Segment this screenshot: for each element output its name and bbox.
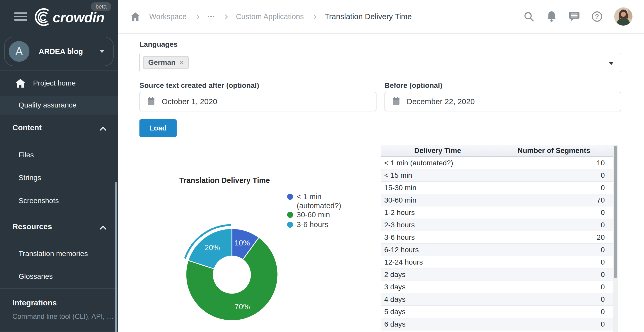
caret-down-icon — [100, 50, 104, 53]
sidebar-section-content[interactable]: Content — [12, 123, 42, 132]
languages-select[interactable]: German × — [139, 53, 621, 72]
header-icons: ? — [523, 0, 633, 33]
table-row[interactable]: 6 days0 — [381, 318, 618, 330]
project-switcher[interactable]: A ARDEA blog — [4, 37, 114, 66]
table-row[interactable]: 3-6 hours20 — [381, 231, 618, 244]
sidebar: crowdin beta A ARDEA blog Project home Q… — [0, 0, 118, 332]
legend-dot-teal — [287, 222, 293, 228]
divider — [0, 213, 118, 213]
before-value: December 22, 2020 — [407, 97, 475, 106]
crowdin-logo-text: crowdin — [53, 9, 104, 25]
remove-tag-icon[interactable]: × — [179, 58, 184, 67]
table-row[interactable]: 4 days0 — [381, 293, 618, 306]
legend-item-wrap: (automated?) — [297, 202, 341, 210]
created-after-value: October 1, 2020 — [162, 97, 217, 106]
divider — [0, 70, 118, 71]
breadcrumb-custom-applications[interactable]: Custom Applications — [236, 12, 304, 21]
donut-chart: 10% 70% 20% — [180, 223, 284, 326]
chevron-right-icon — [223, 14, 228, 19]
slice-label-10: 10% — [234, 238, 250, 247]
sidebar-item-glossaries[interactable]: Glossaries — [0, 271, 118, 282]
column-header-number-of-segments: Number of Segments — [495, 145, 613, 156]
table-row[interactable]: < 15 min0 — [381, 169, 618, 182]
chevron-right-icon — [195, 14, 199, 19]
breadcrumb: Workspace ••• Custom Applications Transl… — [130, 0, 412, 33]
table-scrollbar[interactable] — [613, 145, 618, 332]
created-after-label: Source text created after (optional) — [139, 81, 259, 90]
chevron-up-icon[interactable] — [100, 226, 106, 232]
breadcrumb-ellipsis[interactable]: ••• — [208, 13, 215, 20]
sidebar-item-quality-assurance[interactable]: Quality assurance — [0, 96, 118, 114]
table-row[interactable]: 5 days0 — [381, 306, 618, 318]
before-label: Before (optional) — [384, 81, 442, 90]
beta-badge: beta — [91, 2, 111, 11]
table-body: < 1 min (automated?)10 < 15 min0 15-30 m… — [381, 157, 618, 330]
segments-table: Delivery Time Number of Segments < 1 min… — [381, 145, 618, 332]
hamburger-menu-icon[interactable] — [14, 12, 27, 21]
integrations-subtitle: Command line tool (CLI), API, … — [12, 313, 114, 321]
legend-item[interactable]: < 1 min — [287, 192, 321, 201]
tag-label: German — [148, 58, 176, 67]
sidebar-item-label: Project home — [33, 79, 76, 87]
help-icon[interactable]: ? — [591, 11, 603, 22]
breadcrumb-workspace[interactable]: Workspace — [149, 12, 187, 21]
calendar-icon — [392, 97, 400, 106]
created-after-input[interactable]: October 1, 2020 — [139, 92, 376, 111]
table-row[interactable]: 15-30 min0 — [381, 182, 618, 194]
table-row[interactable]: 6-12 hours0 — [381, 244, 618, 256]
home-icon[interactable] — [130, 11, 140, 22]
user-avatar[interactable] — [614, 7, 633, 26]
legend-item[interactable]: 30-60 min — [287, 211, 330, 219]
table-row[interactable]: 3 days0 — [381, 281, 618, 293]
project-avatar: A — [9, 41, 29, 62]
table-row[interactable]: 12-24 hours0 — [381, 256, 618, 268]
slice-label-70: 70% — [234, 302, 250, 311]
table-row[interactable]: 30-60 min70 — [381, 194, 618, 206]
table-row[interactable]: 1-2 hours0 — [381, 206, 618, 219]
legend-dot-blue — [287, 194, 293, 200]
sidebar-item-strings[interactable]: Strings — [0, 173, 118, 183]
chart-title: Translation Delivery Time — [139, 176, 310, 185]
sidebar-item-project-home[interactable]: Project home — [0, 73, 118, 94]
table-row[interactable]: 2-3 hours0 — [381, 219, 618, 231]
legend-dot-green — [287, 212, 293, 218]
divider — [0, 331, 118, 331]
chat-icon[interactable] — [569, 11, 580, 22]
column-header-delivery-time: Delivery Time — [381, 145, 495, 156]
legend-item[interactable]: 3-6 hours — [287, 220, 328, 229]
sidebar-scrollbar[interactable] — [115, 182, 117, 332]
project-name: ARDEA blog — [39, 47, 100, 56]
sidebar-item-files[interactable]: Files — [0, 150, 118, 160]
home-icon — [15, 79, 25, 88]
search-icon[interactable] — [523, 11, 535, 22]
before-input[interactable]: December 22, 2020 — [384, 92, 621, 111]
sidebar-item-screenshots[interactable]: Screenshots — [0, 196, 118, 206]
sidebar-item-label: Quality assurance — [19, 101, 76, 109]
slice-label-20: 20% — [205, 243, 220, 252]
crowdin-logo-icon — [31, 8, 51, 27]
divider — [0, 288, 118, 289]
sidebar-section-integrations[interactable]: Integrations — [12, 298, 57, 307]
calendar-icon — [147, 97, 155, 106]
chevron-right-icon — [312, 14, 317, 19]
top-header: Workspace ••• Custom Applications Transl… — [118, 0, 644, 34]
chevron-up-icon[interactable] — [100, 127, 106, 133]
sidebar-section-resources[interactable]: Resources — [12, 222, 52, 231]
table-header: Delivery Time Number of Segments — [381, 145, 618, 157]
table-row[interactable]: < 1 min (automated?)10 — [381, 157, 618, 169]
bell-icon[interactable] — [546, 11, 557, 22]
languages-label: Languages — [139, 40, 178, 49]
breadcrumb-current-page: Translation Delivery Time — [325, 12, 412, 21]
table-scrollbar-thumb[interactable] — [614, 146, 617, 278]
sidebar-item-translation-memories[interactable]: Translation memories — [0, 249, 118, 259]
dropdown-caret-icon[interactable] — [609, 62, 614, 65]
main-area: Workspace ••• Custom Applications Transl… — [118, 0, 644, 332]
load-button[interactable]: Load — [139, 119, 177, 137]
table-row[interactable]: 2 days0 — [381, 268, 618, 281]
selected-language-tag: German × — [143, 56, 189, 69]
